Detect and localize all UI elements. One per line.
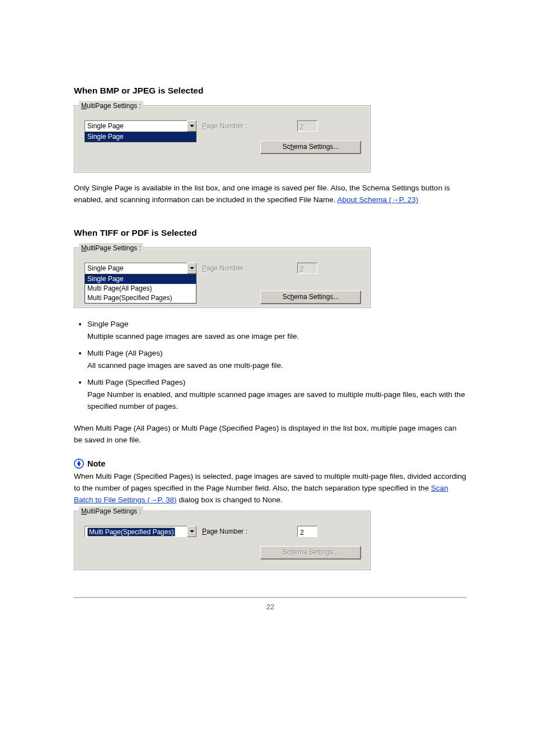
- schema-settings-button[interactable]: Schema Settings...: [260, 291, 361, 304]
- multipage-groupbox-wrap-2: MultiPage Settings : Single Page Single …: [74, 248, 467, 308]
- list-item: Multi Page (Specified Pages) Page Number…: [87, 376, 467, 413]
- multipage-groupbox-wrap-1: MultiPage Settings : Single Page Single …: [74, 105, 467, 172]
- page: When BMP or JPEG is Selected MultiPage S…: [0, 0, 534, 635]
- heading-bmp-jpeg: When BMP or JPEG is Selected: [74, 84, 467, 97]
- row-combo-page-3: Multi Page(Specified Pages) Page Number …: [85, 526, 361, 537]
- tiff-pdf-option-list: Single Page Multiple scanned page images…: [77, 318, 467, 413]
- row-schema-1: Schema Settings...: [85, 141, 361, 154]
- chevron-down-icon: [190, 530, 194, 533]
- page-number-row-2: Page Number : 2: [202, 263, 361, 274]
- groupbox-legend: MultiPage Settings :: [79, 101, 143, 111]
- groupbox-legend: MultiPage Settings :: [79, 243, 143, 254]
- combo-field: Multi Page(Specified Pages): [85, 526, 187, 537]
- note-label: Note: [87, 458, 105, 470]
- multipage-groupbox-1: MultiPage Settings : Single Page Single …: [74, 105, 371, 172]
- page-number-label: Page Number :: [202, 263, 297, 274]
- multipage-groupbox-3: MultiPage Settings : Multi Page(Specifie…: [74, 511, 371, 570]
- bmp-jpeg-description: Only Single Page is available in the lis…: [74, 183, 467, 206]
- page-number-field[interactable]: 2: [297, 526, 317, 537]
- note-icon: [74, 459, 84, 469]
- chevron-down-icon: [190, 125, 194, 127]
- combo-option-single-page[interactable]: Single Page: [85, 274, 196, 284]
- combo-wrap-1: Single Page Single Page: [85, 120, 202, 132]
- heading-tiff-pdf: When TIFF or PDF is Selected: [74, 226, 467, 240]
- note-heading: Note: [74, 458, 467, 470]
- about-schema-link[interactable]: About Schema (→P. 23): [338, 195, 419, 204]
- multipage-groupbox-2: MultiPage Settings : Single Page Single …: [74, 248, 371, 308]
- combo-field: Single Page: [85, 263, 187, 274]
- page-number-field: 2: [297, 263, 317, 274]
- multipage-groupbox-wrap-3: MultiPage Settings : Multi Page(Specifie…: [74, 511, 467, 570]
- schema-settings-button[interactable]: Schema Settings...: [260, 141, 361, 154]
- schema-settings-button-disabled: Schema Settings...: [260, 546, 361, 559]
- tiff-pdf-note-paragraph: When Multi Page (All Pages) or Multi Pag…: [74, 423, 467, 446]
- note-paragraph: When Multi Page (Specified Pages) is sel…: [74, 471, 467, 506]
- combo-dropdown-button[interactable]: [187, 120, 196, 132]
- list-item: Single Page Multiple scanned page images…: [87, 318, 467, 343]
- page-number-label: Page Number :: [202, 121, 297, 132]
- row-schema-3: Schema Settings...: [85, 546, 361, 559]
- chevron-down-icon: [190, 267, 194, 269]
- page-number-field: 2: [297, 120, 317, 132]
- combo-wrap-2: Single Page Single Page Multi Page(All P…: [85, 263, 202, 274]
- combo-field: Single Page: [85, 120, 187, 132]
- row-combo-page-1: Single Page Single Page Page Number : 2: [85, 120, 361, 132]
- combo-dropdown-button[interactable]: [187, 526, 196, 537]
- multipage-combo-2[interactable]: Single Page: [85, 263, 196, 274]
- combo-option-multi-spec[interactable]: Multi Page(Specified Pages): [85, 293, 196, 303]
- page-number-footer: 22: [74, 601, 467, 613]
- combo-wrap-3: Multi Page(Specified Pages): [85, 526, 202, 537]
- combo-dropdown-button[interactable]: [187, 263, 196, 274]
- combo-dropdown-list-1: Single Page: [85, 132, 196, 142]
- combo-option-multi-all[interactable]: Multi Page(All Pages): [85, 284, 196, 293]
- multipage-combo-3[interactable]: Multi Page(Specified Pages): [85, 526, 196, 537]
- footer-rule: [74, 597, 467, 598]
- page-number-label: Page Number :: [202, 526, 297, 537]
- page-number-row-1: Page Number : 2: [202, 120, 361, 132]
- groupbox-legend: MultiPage Settings :: [79, 506, 143, 517]
- combo-dropdown-list-2: Single Page Multi Page(All Pages) Multi …: [85, 274, 196, 304]
- page-number-row-3: Page Number : 2: [202, 526, 361, 537]
- row-combo-page-2: Single Page Single Page Multi Page(All P…: [85, 263, 361, 274]
- multipage-combo-1[interactable]: Single Page: [85, 120, 196, 132]
- list-item: Multi Page (All Pages) All scanned page …: [87, 347, 467, 372]
- combo-option-single-page[interactable]: Single Page: [85, 132, 196, 142]
